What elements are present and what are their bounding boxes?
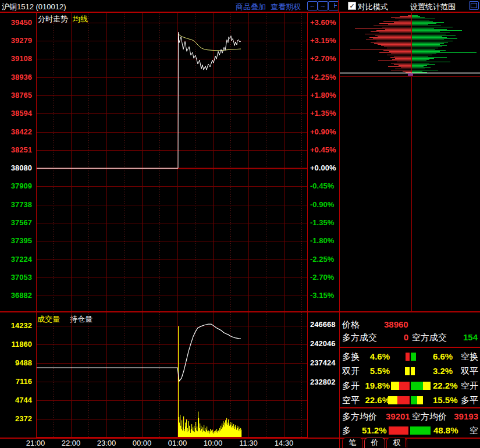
compare-mode-label: 对比模式	[358, 2, 388, 12]
volume-axis-label: 4744	[15, 396, 32, 404]
histogram-bar-long	[385, 29, 411, 30]
histogram-bar-short	[412, 64, 435, 65]
short-volume-label: 空方成交	[412, 332, 447, 343]
tab-2[interactable]: 价	[364, 438, 385, 448]
long-strength-label: 多	[342, 425, 351, 436]
stat-left-pct: 19.8%	[357, 381, 390, 390]
toolbar: 沪铜1512 (010012) 商品叠加 查看期权 ← → ✓ 对比模式 设置统…	[0, 0, 480, 12]
histogram-bar-long	[387, 48, 411, 48]
histogram-bar-long	[400, 16, 411, 17]
percent-axis-label: +2.70%	[310, 54, 336, 63]
histogram-bar-long	[371, 31, 411, 32]
histogram-bar-long	[399, 65, 411, 66]
tab-3[interactable]: 权	[386, 438, 407, 448]
histogram-bar-short	[412, 16, 420, 17]
histogram-bar-long	[397, 62, 411, 62]
histogram-bar-long	[401, 67, 411, 68]
histogram-bar-long	[355, 28, 411, 29]
restore-window-icon[interactable]	[469, 1, 479, 10]
histogram-bar-long	[378, 61, 411, 61]
stat-right-blocks	[411, 367, 415, 375]
compare-mode-checkbox[interactable]: ✓	[348, 2, 356, 10]
histogram-bar-long	[403, 71, 411, 72]
tab-1[interactable]: 笔	[342, 438, 363, 448]
histogram-bar-long	[383, 50, 411, 51]
histogram-bar-long	[388, 24, 411, 25]
time-axis-label: 21:00	[23, 439, 48, 447]
time-axis-label: 11:30	[236, 439, 261, 447]
histogram-bar-short	[412, 69, 425, 69]
percent-axis-label: -1.35%	[310, 218, 334, 227]
histogram-bar-long	[378, 44, 411, 45]
histogram-bar-short	[412, 33, 450, 33]
short-strength-bar	[410, 426, 431, 435]
prev-arrow-icon[interactable]: ←	[307, 1, 318, 10]
price-axis-label: 39279	[11, 36, 32, 45]
long-strength-pct: 51.2%	[362, 425, 387, 435]
intraday-price-chart[interactable]	[36, 12, 308, 312]
price-axis-label: 37053	[11, 273, 32, 282]
histogram-bar-short	[412, 17, 425, 18]
long-avg-label: 多方均价	[342, 411, 377, 422]
percent-axis-label: +3.15%	[310, 36, 336, 45]
percent-axis-label: -0.45%	[310, 182, 334, 190]
next-arrow-icon[interactable]: →	[318, 1, 328, 10]
current-price-marker	[408, 74, 413, 76]
histogram-bar-long	[373, 38, 411, 39]
oi-axis-label: 246668	[310, 320, 335, 329]
percent-axis-label: -0.90%	[310, 200, 334, 209]
histogram-bar-long	[376, 41, 411, 41]
volume-axis-label: 14232	[11, 321, 32, 330]
split-view-bar	[335, 5, 337, 6]
short-volume-value: 154	[463, 332, 478, 342]
histogram-bar-short	[412, 61, 426, 61]
short-avg-label: 空方均价	[412, 411, 447, 422]
short-strength-label: 空	[470, 425, 478, 436]
long-volume-label: 多方成交	[342, 332, 377, 343]
stat-row: 多换4.6%6.6%空换	[340, 350, 480, 363]
histogram-bar-short	[412, 44, 440, 45]
percent-axis: +3.60%+3.15%+2.70%+2.25%+1.80%+1.35%+0.9…	[309, 12, 339, 312]
histogram-bar-long	[391, 63, 411, 63]
percent-axis-label: +1.80%	[310, 91, 336, 99]
stat-right-label: 多平	[461, 395, 478, 406]
histogram-bar-short	[412, 62, 450, 62]
stat-block-green	[411, 382, 423, 390]
stat-right-blocks	[411, 396, 423, 404]
price-axis-label: 36882	[11, 291, 32, 300]
oi-axis-label: 232802	[310, 378, 335, 386]
price-distribution-histogram[interactable]	[340, 12, 480, 312]
tabs-divider	[405, 438, 406, 447]
stat-row: 双开5.5%3.2%双平	[340, 365, 480, 378]
histogram-bar-short	[412, 29, 447, 30]
histogram-bar-short	[412, 51, 440, 52]
histogram-bar-long	[383, 21, 411, 22]
histogram-bar-long	[379, 33, 411, 33]
histogram-bar-long	[371, 42, 411, 42]
histogram-bar-long	[388, 66, 411, 67]
split-view-icon[interactable]	[328, 1, 339, 10]
stat-right-label: 双平	[461, 366, 478, 377]
price-axis-label: 37738	[11, 200, 32, 209]
histogram-bar-long	[391, 17, 411, 18]
percent-axis-label: -2.25%	[310, 255, 334, 264]
histogram-bar-short	[412, 45, 447, 46]
volume-axis-label: 2372	[15, 414, 32, 423]
stat-left-pct: 5.5%	[357, 366, 390, 376]
volume-chart[interactable]	[36, 312, 308, 438]
histogram-bar-long	[374, 43, 411, 44]
price-label: 价格	[342, 319, 360, 330]
time-axis-label: 14:30	[271, 439, 297, 447]
histogram-bar-long	[382, 27, 411, 27]
histogram-bar-short	[412, 59, 429, 60]
percent-axis-label: -3.15%	[310, 291, 334, 300]
price-axis-label: 37567	[11, 218, 32, 227]
histogram-bar-short	[412, 31, 440, 32]
histogram-bar-short	[412, 54, 436, 54]
price-line	[36, 32, 241, 168]
histogram-bar-long	[379, 23, 411, 24]
histogram-bar-long	[387, 55, 411, 55]
histogram-bar-short	[412, 71, 422, 72]
time-axis: 21:0022:0023:0000:0001:0010:0011:3014:30	[0, 438, 340, 448]
right-panel: 价格 38960 多方成交 0 空方成交 154 多换4.6%6.6%空换双开5…	[340, 12, 480, 448]
